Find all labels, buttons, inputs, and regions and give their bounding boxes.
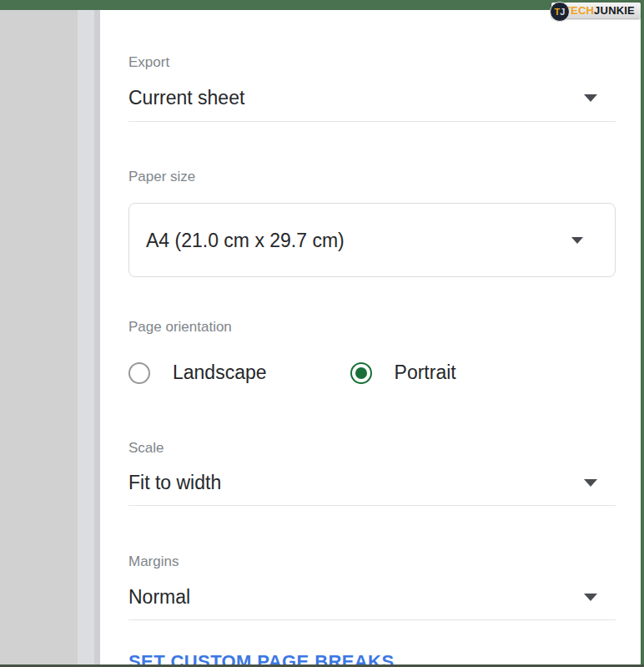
radio-unselected-icon[interactable]: [128, 362, 150, 384]
scale-section: Scale Fit to width: [128, 440, 616, 506]
radio-option-portrait[interactable]: Portrait: [350, 361, 456, 384]
techjunkie-circle-icon: TJ: [550, 2, 570, 22]
export-value: Current sheet: [128, 86, 244, 109]
orientation-radio-row: Landscape Portrait: [128, 361, 616, 384]
margins-dropdown[interactable]: Normal: [128, 585, 616, 620]
margins-section: Margins Normal: [128, 553, 616, 620]
paper-size-section: Paper size A4 (21.0 cm x 29.7 cm): [128, 169, 616, 277]
margins-label: Margins: [128, 553, 616, 570]
paper-size-label: Paper size: [128, 169, 616, 185]
radio-selected-icon[interactable]: [350, 362, 372, 384]
export-label: Export: [128, 54, 616, 71]
paper-size-dropdown[interactable]: A4 (21.0 cm x 29.7 cm): [128, 203, 616, 277]
techjunkie-logo: TECHJUNKIE: [562, 3, 641, 18]
export-section: Export Current sheet: [128, 54, 616, 122]
right-frame-border: [641, 0, 644, 667]
page-orientation-label: Page orientation: [128, 319, 616, 336]
scrollbar-track[interactable]: [78, 10, 94, 664]
scale-dropdown[interactable]: Fit to width: [128, 471, 616, 506]
chevron-down-icon: [571, 237, 583, 244]
portrait-label: Portrait: [395, 361, 456, 384]
logo-t-letter: T: [555, 7, 561, 17]
page-orientation-section: Page orientation Landscape Portrait: [128, 319, 616, 384]
chevron-down-icon: [584, 479, 597, 487]
radio-option-landscape[interactable]: Landscape: [128, 361, 267, 384]
logo-junkie-text: JUNKIE: [594, 4, 635, 17]
logo-j-letter: J: [560, 7, 565, 17]
chevron-down-icon: [584, 594, 597, 601]
top-frame-bar: [0, 0, 644, 10]
landscape-label: Landscape: [173, 361, 267, 384]
scrollbar-thumb[interactable]: [94, 10, 100, 664]
print-settings-screen: TECHJUNKIE TJ Export Current sheet Paper…: [0, 0, 644, 667]
scale-value: Fit to width: [128, 471, 221, 494]
scale-label: Scale: [128, 440, 616, 457]
chevron-down-icon: [584, 94, 597, 102]
print-settings-panel: Export Current sheet Paper size A4 (21.0…: [100, 10, 641, 667]
export-dropdown[interactable]: Current sheet: [128, 86, 616, 122]
print-preview-area: [0, 10, 78, 664]
margins-value: Normal: [128, 585, 190, 609]
paper-size-value: A4 (21.0 cm x 29.7 cm): [146, 229, 345, 252]
